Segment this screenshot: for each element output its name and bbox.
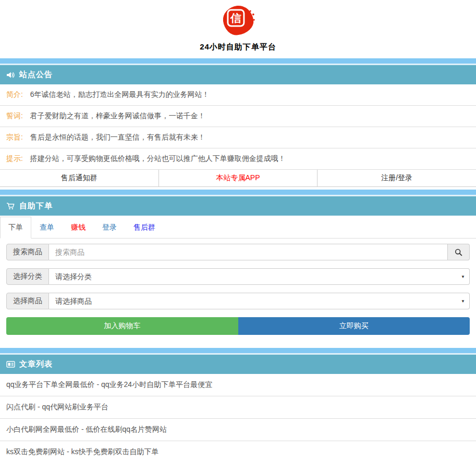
tab-check-order[interactable]: 查单 xyxy=(31,217,63,239)
order-tabs: 下单 查单 赚钱 登录 售后群 xyxy=(0,216,476,239)
buy-now-button[interactable]: 立即购买 xyxy=(238,317,470,335)
notice-row-purpose: 宗旨: 售后是永恒的话题，我们一直坚信，有售后就有未来！ xyxy=(0,127,476,148)
notice-label: 简介: xyxy=(6,90,23,98)
notice-label: 提示: xyxy=(6,154,23,162)
seal-texture xyxy=(248,8,255,22)
logo-character: 信 xyxy=(230,11,241,26)
search-input[interactable] xyxy=(49,244,448,260)
article-link[interactable]: qq业务平台下单全网最低价 - qq业务24小时自助下单平台最便宜 xyxy=(0,374,476,396)
category-select-wrap: 请选择分类 ▼ xyxy=(49,268,470,285)
search-label: 搜索商品 xyxy=(6,244,49,260)
product-group: 选择商品 请选择商品 ▼ xyxy=(6,293,470,309)
article-link[interactable]: 闪点代刷 - qq代网站刷业务平台 xyxy=(0,396,476,419)
notice-text: 君子爱财助之有道，梓豪业务网诚信做事，一诺千金！ xyxy=(30,111,205,120)
spacer xyxy=(0,343,476,348)
articles-section: 文章列表 qq业务平台下单全网最低价 - qq业务24小时自助下单平台最便宜 闪… xyxy=(0,348,476,463)
section-divider-strip xyxy=(0,190,476,195)
notice-label: 誓词: xyxy=(6,111,23,120)
aftersale-group-link[interactable]: 售后通知群 xyxy=(0,170,159,186)
product-select[interactable]: 请选择商品 xyxy=(49,293,470,309)
category-label: 选择分类 xyxy=(6,268,49,285)
tab-login[interactable]: 登录 xyxy=(94,217,125,239)
order-panel-title: 自助下单 xyxy=(19,201,53,211)
notice-row-intro: 简介: 6年诚信老站，励志打造出全网最具有实力的业务网站！ xyxy=(0,84,476,106)
category-group: 选择分类 请选择分类 ▼ xyxy=(6,268,470,285)
tab-place-order[interactable]: 下单 xyxy=(0,217,31,239)
site-logo: 信 xyxy=(222,5,255,39)
notice-text: 搭建分站，可享受购物更低价格哦，分站也可以推广他人下单赚取佣金提成哦！ xyxy=(30,154,286,162)
logo-character-box: 信 xyxy=(227,9,245,27)
search-button[interactable] xyxy=(448,244,470,260)
order-actions: 加入购物车 立即购买 xyxy=(6,317,470,335)
article-link[interactable]: 小白代刷网全网最低价 - 低价在线刷qq名片赞网站 xyxy=(0,419,476,441)
order-form: 搜索商品 选择分类 请选择分类 ▼ 选择商品 请选择商品 xyxy=(0,239,476,343)
add-to-cart-button[interactable]: 加入购物车 xyxy=(6,317,238,335)
notice-row-oath: 誓词: 君子爱财助之有道，梓豪业务网诚信做事，一诺千金！ xyxy=(0,106,476,127)
search-icon xyxy=(455,248,462,256)
product-label: 选择商品 xyxy=(6,293,49,309)
section-divider-strip xyxy=(0,348,476,353)
tab-earn-money[interactable]: 赚钱 xyxy=(63,217,94,239)
order-panel-header: 自助下单 xyxy=(0,196,476,216)
site-title: 24小时自助下单平台 xyxy=(0,42,476,52)
register-login-link[interactable]: 注册/登录 xyxy=(318,170,476,186)
speaker-icon xyxy=(6,71,15,79)
search-group: 搜索商品 xyxy=(6,244,470,260)
announcement-panel-header: 站点公告 xyxy=(0,65,476,84)
article-link[interactable]: ks双击免费刷网站 - ks快手免费刷双击自助下单 xyxy=(0,441,476,463)
articles-panel-header: 文章列表 xyxy=(0,355,476,374)
section-divider-strip xyxy=(0,58,476,64)
site-header: 信 24小时自助下单平台 xyxy=(0,0,476,58)
notice-row-tip: 提示: 搭建分站，可享受购物更低价格哦，分站也可以推广他人下单赚取佣金提成哦！ xyxy=(0,148,476,170)
tab-aftersale-group[interactable]: 售后群 xyxy=(125,217,164,239)
notice-text: 售后是永恒的话题，我们一直坚信，有售后就有未来！ xyxy=(30,133,205,141)
announcement-panel-title: 站点公告 xyxy=(19,70,53,80)
category-select[interactable]: 请选择分类 xyxy=(49,268,470,285)
order-section: 自助下单 下单 查单 赚钱 登录 售后群 搜索商品 选择分类 请选择分类 xyxy=(0,190,476,343)
newspaper-icon xyxy=(6,360,15,368)
notice-label: 宗旨: xyxy=(6,133,23,141)
announcement-section: 站点公告 简介: 6年诚信老站，励志打造出全网最具有实力的业务网站！ 誓词: 君… xyxy=(0,58,476,187)
product-select-wrap: 请选择商品 ▼ xyxy=(49,293,470,309)
cart-icon xyxy=(6,202,15,210)
quick-links-row: 售后通知群 本站专属APP 注册/登录 xyxy=(0,170,476,187)
articles-panel-title: 文章列表 xyxy=(19,359,53,369)
notice-text: 6年诚信老站，励志打造出全网最具有实力的业务网站！ xyxy=(30,90,210,98)
site-app-link[interactable]: 本站专属APP xyxy=(159,170,318,186)
